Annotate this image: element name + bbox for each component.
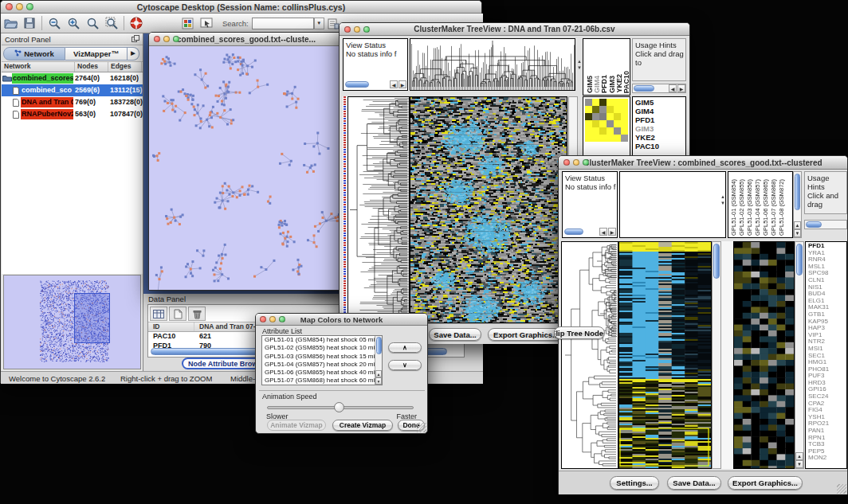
tv2-hints-hscroll-track[interactable] bbox=[804, 220, 847, 229]
close-button[interactable] bbox=[563, 159, 570, 166]
tv2-column-label[interactable]: GPL51-04 (GSM857) bbox=[754, 179, 762, 236]
tv2-column-label[interactable]: GPL51-02 (GSM855) bbox=[738, 179, 746, 236]
resize-grip[interactable] bbox=[417, 423, 426, 432]
tv1-column-label[interactable]: GIM5 bbox=[586, 76, 593, 93]
zoom-button[interactable] bbox=[173, 36, 179, 42]
tv1-status-scroll-right[interactable]: ▶ bbox=[398, 80, 406, 88]
tv1-hints-hscroll-thumb[interactable] bbox=[634, 85, 654, 92]
tv1-column-label[interactable]: PAC10 bbox=[622, 71, 630, 93]
tv2-vscroll-thumb[interactable] bbox=[713, 244, 720, 279]
tv2-status-hscroll-thumb[interactable] bbox=[564, 229, 583, 235]
help-lifering-icon[interactable] bbox=[127, 15, 146, 32]
tv1-heatmap-canvas[interactable] bbox=[410, 97, 567, 322]
attribute-list-item[interactable]: GPL51-06 (GSM865) heat shock 40 min bbox=[262, 369, 382, 377]
tv2-row-dendrogram-canvas[interactable] bbox=[562, 242, 618, 468]
tv2-status-scroll-right[interactable]: ▶ bbox=[608, 228, 616, 236]
tab-overflow-button[interactable]: ▶ bbox=[128, 47, 139, 61]
tv2-column-label[interactable]: GPL51-01 (GSM854) bbox=[730, 179, 738, 236]
tv1-minimap-canvas[interactable] bbox=[585, 99, 628, 142]
data-column-id[interactable]: ID bbox=[148, 322, 194, 331]
vizmapper-shortcut-icon[interactable] bbox=[178, 15, 197, 32]
animation-speed-slider-thumb[interactable] bbox=[334, 402, 344, 412]
tv2-column-label[interactable]: GPL51-03 (GSM856) bbox=[746, 179, 754, 236]
tv1-gene-label[interactable]: PFD1 bbox=[635, 115, 685, 124]
zoom-in-icon[interactable] bbox=[64, 15, 83, 32]
tv2-status-scroll-left[interactable]: ◀ bbox=[599, 228, 607, 236]
column-network[interactable]: Network bbox=[2, 62, 75, 72]
tv2-row-dendrogram[interactable] bbox=[561, 241, 618, 469]
network-view-window[interactable]: combined_scores_good.txt--cluste... bbox=[148, 32, 344, 291]
zoom-button[interactable] bbox=[279, 316, 285, 322]
float-panel-icon[interactable] bbox=[132, 35, 139, 44]
tv1-heatmap[interactable] bbox=[410, 96, 567, 323]
tv1-gene-label[interactable]: GIM3 bbox=[635, 124, 685, 133]
network-row[interactable]: combined_sco2569(6)13112(15) bbox=[2, 84, 143, 96]
tv1-column-label[interactable]: PFD1 bbox=[600, 75, 607, 93]
tv2-column-label[interactable]: GPL51-06 (GSM865) bbox=[762, 179, 770, 236]
tv1-hints-scroll-left[interactable]: ◀ bbox=[669, 84, 677, 92]
move-up-button[interactable]: ∧ bbox=[388, 342, 422, 353]
tv1-hints-scroll-right[interactable]: ▶ bbox=[677, 84, 685, 92]
close-button[interactable] bbox=[6, 3, 13, 10]
tv1-scroll-up-arrow[interactable]: ▲ bbox=[576, 59, 583, 64]
network-row[interactable]: DNA and Tran 07769(0)183728(0) bbox=[2, 96, 143, 108]
cytoscape-titlebar[interactable]: Cytoscape Desktop (Session Name: collins… bbox=[1, 1, 481, 14]
open-file-icon[interactable] bbox=[1, 15, 20, 32]
zoom-selected-icon[interactable] bbox=[83, 15, 102, 32]
create-vizmap-button[interactable]: Create Vizmap bbox=[332, 420, 393, 431]
birdseye-view[interactable] bbox=[3, 275, 141, 369]
tv2-labels-scroll-down[interactable]: ▼ bbox=[794, 229, 801, 237]
tv2-heatmap-canvas[interactable] bbox=[619, 242, 711, 468]
annotation-select-icon[interactable] bbox=[197, 15, 216, 32]
attribute-list-item[interactable]: GPL51-03 (GSM856) heat shock 15 min bbox=[262, 353, 382, 361]
minimize-button[interactable] bbox=[573, 159, 579, 166]
zoom-fit-icon[interactable] bbox=[102, 15, 121, 32]
tv2-zoom-vscroll-track[interactable]: ▲ ▼ bbox=[795, 241, 804, 469]
attribute-list[interactable]: GPL51-01 (GSM854) heat shock 05 minGPL51… bbox=[261, 335, 383, 385]
tv2-column-label[interactable]: GPL51-07 (GSM868) bbox=[770, 179, 778, 236]
tv2-zoom-scroll-down[interactable]: ▼ bbox=[795, 460, 803, 468]
tv2-zoom-heatmap-canvas[interactable] bbox=[734, 242, 794, 468]
attribute-list-item[interactable]: GPL51-04 (GSM857) heat shock 20 min bbox=[262, 361, 382, 369]
column-edges[interactable]: Edges bbox=[108, 62, 142, 72]
tv1-gene-label[interactable]: YKE2 bbox=[635, 133, 685, 142]
tab-vizmapper[interactable]: VizMapper™ bbox=[65, 47, 128, 61]
new-attribute-icon[interactable] bbox=[169, 307, 186, 321]
tv1-column-dendrogram[interactable] bbox=[410, 38, 575, 91]
delete-attribute-icon[interactable] bbox=[188, 307, 206, 321]
move-down-button[interactable]: ∨ bbox=[388, 360, 422, 370]
tv1-column-dendrogram-canvas[interactable] bbox=[410, 39, 575, 90]
close-button[interactable] bbox=[344, 26, 351, 33]
zoom-out-icon[interactable] bbox=[45, 15, 64, 32]
birdseye-canvas[interactable] bbox=[4, 275, 140, 369]
search-input[interactable] bbox=[252, 18, 314, 29]
minimize-button[interactable] bbox=[163, 36, 170, 42]
close-button[interactable] bbox=[260, 316, 266, 322]
tv1-export-graphics-button[interactable]: Export Graphics... bbox=[488, 328, 564, 341]
tv1-column-label[interactable]: GIM3 bbox=[608, 76, 615, 93]
attribute-select-icon[interactable] bbox=[150, 307, 167, 321]
tv1-row-dendrogram-canvas[interactable] bbox=[348, 97, 409, 322]
tv1-hints-hscroll-track[interactable]: ◀ ▶ bbox=[632, 84, 686, 93]
zoom-button[interactable] bbox=[26, 3, 33, 10]
zoom-button[interactable] bbox=[583, 159, 589, 166]
tv2-vscroll-track[interactable] bbox=[712, 241, 721, 469]
tv2-column-label[interactable]: GPL51-08 (GSM872) bbox=[778, 179, 786, 236]
animate-vizmap-button[interactable]: Animate Vizmap bbox=[267, 420, 326, 431]
attribute-list-scroll-up[interactable]: ▲ bbox=[375, 370, 382, 377]
attribute-list-item[interactable]: GPL51-02 (GSM855) heat shock 10 min bbox=[262, 344, 382, 352]
tv2-scroll-up-arrow[interactable]: ▲ bbox=[720, 194, 726, 199]
attribute-list-item[interactable]: GPL51-01 (GSM854) heat shock 05 min bbox=[262, 336, 382, 344]
attribute-list-item[interactable]: GPL51-07 (GSM868) heat shock 60 min bbox=[262, 377, 382, 385]
tv1-gene-label[interactable]: GIM4 bbox=[635, 107, 685, 115]
tv1-column-label[interactable]: YKE2 bbox=[615, 74, 622, 93]
tv1-save-data-button[interactable]: Save Data... bbox=[429, 328, 481, 341]
column-nodes[interactable]: Nodes bbox=[75, 62, 108, 72]
tv2-column-dendrogram-area[interactable] bbox=[619, 171, 726, 238]
tv2-scroll-down-arrow[interactable]: ▼ bbox=[720, 201, 726, 205]
tv2-hints-hscroll-thumb[interactable] bbox=[806, 221, 822, 228]
close-button[interactable] bbox=[154, 36, 160, 42]
tv1-gene-label[interactable]: GIM5 bbox=[635, 98, 685, 107]
tv1-flip-tree-button[interactable]: Flip Tree Nodes bbox=[554, 326, 605, 339]
tv2-gene-label[interactable]: MON2 bbox=[808, 455, 846, 462]
